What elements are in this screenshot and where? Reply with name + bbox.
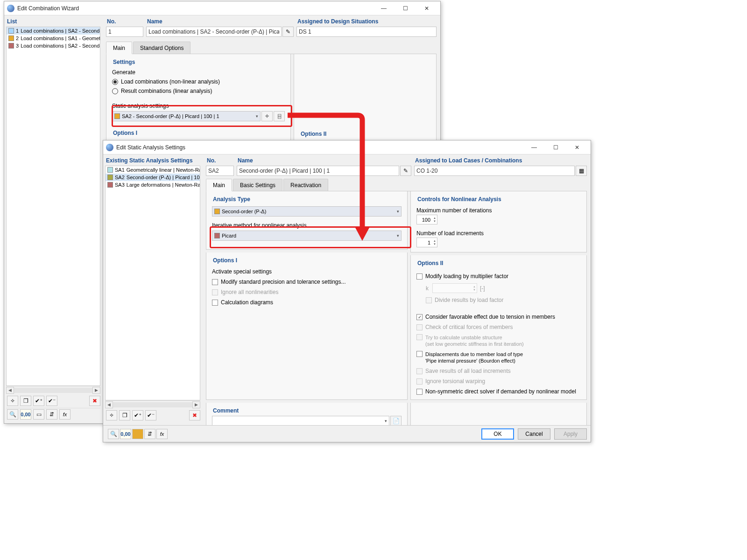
- assigned-more-button[interactable]: ▦: [576, 166, 587, 176]
- name-input[interactable]: [146, 27, 282, 37]
- decimal-button[interactable]: 0,00: [20, 409, 31, 420]
- list-item[interactable]: 2Load combinations | SA1 - Geometric: [7, 35, 100, 42]
- swatch-icon: [107, 182, 113, 188]
- maximize-button[interactable]: [395, 2, 416, 15]
- search-button[interactable]: 🔍: [7, 409, 18, 420]
- chk-nonsymmetric[interactable]: [416, 389, 423, 395]
- chk-save-increments: [416, 368, 423, 374]
- fx-button[interactable]: fx: [156, 429, 168, 439]
- close-button[interactable]: [416, 2, 437, 15]
- chk-multiplier[interactable]: [416, 273, 423, 280]
- delete-button[interactable]: ✖: [189, 410, 200, 420]
- existing-list[interactable]: SA1Geometrically linear | Newton-Rap SA2…: [105, 166, 200, 400]
- no-input[interactable]: [106, 27, 143, 37]
- fx-button[interactable]: fx: [59, 409, 70, 420]
- edit-name-button[interactable]: ✎: [282, 27, 294, 37]
- new-sas-button[interactable]: ✧: [261, 111, 273, 121]
- color-button[interactable]: [132, 429, 143, 439]
- comment-select[interactable]: ▾: [212, 416, 389, 425]
- no-input[interactable]: [206, 166, 234, 176]
- static-analysis-settings-value: SA2 - Second-order (P-Δ) | Picard | 100 …: [122, 113, 219, 119]
- search-button[interactable]: 🔍: [108, 429, 119, 439]
- activate-special-settings-label: Activate special settings: [212, 268, 402, 275]
- app-icon: [7, 5, 14, 12]
- chk-unstable-label: Try to calculate unstable structure(set …: [425, 334, 524, 347]
- new-item-button[interactable]: ✧: [106, 410, 117, 420]
- edit-name-button[interactable]: ✎: [400, 166, 411, 176]
- window-title: Edit Static Analysis Settings: [116, 144, 523, 151]
- radio-load-combinations[interactable]: [112, 79, 118, 85]
- assigned-input[interactable]: [296, 27, 437, 37]
- analysis-type-select[interactable]: Second-order (P-Δ) ▾: [212, 206, 402, 217]
- tab-basic-settings[interactable]: Basic Settings: [233, 179, 282, 191]
- iterative-method-select[interactable]: Picard ▾: [212, 231, 402, 241]
- maximize-button[interactable]: [545, 141, 566, 154]
- tab-main[interactable]: Main: [106, 42, 132, 54]
- palette-button[interactable]: ▭: [33, 409, 44, 420]
- comment-header: Comment: [212, 407, 402, 416]
- edit-sas-button[interactable]: ⌸: [274, 111, 285, 121]
- chk-critical: [416, 324, 423, 330]
- titlebar: Edit Static Analysis Settings: [103, 140, 591, 154]
- check-all-button[interactable]: ✔⁺: [33, 396, 44, 406]
- assigned-input[interactable]: [414, 166, 575, 176]
- list-item[interactable]: SA2Second-order (P-Δ) | Picard | 100 |: [106, 174, 200, 181]
- list-item[interactable]: SA1Geometrically linear | Newton-Rap: [106, 166, 200, 174]
- chk-displacements[interactable]: [416, 351, 423, 357]
- radio-result-combinations[interactable]: [112, 88, 118, 94]
- list-item[interactable]: 1Load combinations | SA2 - Second-o: [7, 27, 100, 35]
- options2-header: Options II: [300, 131, 430, 139]
- check-all-button[interactable]: ✔⁺: [132, 410, 143, 420]
- tree-button[interactable]: ⇵: [46, 409, 57, 420]
- k-label: k: [426, 285, 432, 292]
- minimize-button[interactable]: [373, 2, 395, 15]
- list-scrollbar[interactable]: ◀▶: [105, 400, 200, 408]
- apply-button[interactable]: Apply: [554, 428, 587, 440]
- comment-more-button[interactable]: 📄: [390, 416, 402, 425]
- tab-reactivation[interactable]: Reactivation: [283, 179, 328, 191]
- ok-button[interactable]: OK: [481, 428, 514, 440]
- check-none-button[interactable]: ✔⁻: [145, 410, 156, 420]
- analysis-type-value: Second-order (P-Δ): [222, 209, 266, 214]
- swatch-icon: [114, 113, 120, 119]
- chevron-down-icon: ▾: [256, 114, 258, 119]
- list-scrollbar[interactable]: ◀▶: [6, 386, 100, 394]
- chk-critical-label: Check of critical forces of members: [425, 324, 513, 330]
- chk-calculation-diagrams[interactable]: [212, 300, 218, 306]
- chk-ignore-nonlinearities: [212, 289, 218, 295]
- tab-standard-options[interactable]: Standard Options: [133, 42, 190, 54]
- close-button[interactable]: [566, 141, 588, 154]
- app-icon: [106, 144, 113, 151]
- copy-item-button[interactable]: ❐: [20, 396, 31, 406]
- tab-main[interactable]: Main: [206, 179, 232, 191]
- swatch-icon: [8, 43, 14, 49]
- list-item[interactable]: 3Load combinations | SA2 - Second-o: [7, 42, 100, 49]
- chk-nonsymmetric-label: Non-symmetric direct solver if demanded …: [425, 388, 576, 395]
- wizard-list[interactable]: 1Load combinations | SA2 - Second-o 2Loa…: [6, 27, 100, 386]
- delete-button[interactable]: ✖: [89, 396, 100, 406]
- copy-item-button[interactable]: ❐: [119, 410, 130, 420]
- load-increments-spinner[interactable]: 1: [416, 238, 437, 247]
- minimize-button[interactable]: [523, 141, 545, 154]
- chk-warping: [416, 378, 423, 385]
- tree-button[interactable]: ⇵: [144, 429, 155, 439]
- check-none-button[interactable]: ✔⁻: [46, 396, 57, 406]
- chk-multiplier-label: Modify loading by multiplier factor: [425, 273, 508, 280]
- list-item[interactable]: SA3Large deformations | Newton-Rap: [106, 181, 200, 189]
- load-increments-label: Number of load increments: [416, 230, 581, 237]
- chk-precision[interactable]: [212, 279, 218, 285]
- max-iterations-spinner[interactable]: 100: [416, 215, 437, 224]
- name-label: Name: [237, 157, 411, 166]
- swatch-icon: [214, 209, 220, 214]
- new-item-button[interactable]: ✧: [7, 396, 18, 406]
- window-title: Edit Combination Wizard: [17, 5, 373, 12]
- cancel-button[interactable]: Cancel: [518, 428, 550, 440]
- decimal-button[interactable]: 0,00: [120, 429, 131, 439]
- chk-save-increments-label: Save results of all load increments: [425, 368, 511, 374]
- no-label: No.: [206, 157, 234, 166]
- titlebar: Edit Combination Wizard: [4, 1, 440, 15]
- swatch-icon: [107, 175, 113, 180]
- static-analysis-settings-select[interactable]: SA2 - Second-order (P-Δ) | Picard | 100 …: [112, 111, 261, 121]
- chk-tension[interactable]: [416, 314, 423, 320]
- name-input[interactable]: [237, 166, 399, 176]
